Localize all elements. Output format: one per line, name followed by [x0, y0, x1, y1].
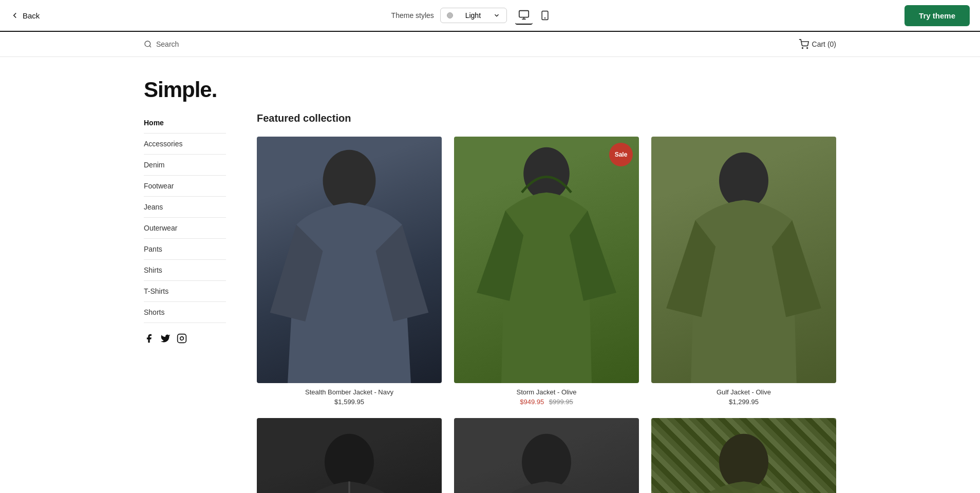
- mobile-icon: [540, 10, 550, 21]
- product-image-wrap: [454, 418, 639, 493]
- product-name: Stealth Bomber Jacket - Navy: [257, 388, 442, 396]
- facebook-icon[interactable]: [144, 333, 154, 344]
- store-header: Search Cart (0): [0, 32, 980, 57]
- device-icons: [515, 6, 553, 25]
- twitter-icon[interactable]: [160, 333, 171, 344]
- sale-price: $949.95: [520, 398, 544, 406]
- product-figure-svg: [651, 137, 836, 383]
- product-figure-svg: [454, 137, 639, 383]
- social-icons: [144, 323, 226, 354]
- svg-point-5: [145, 41, 150, 47]
- product-image-olive-rain: [454, 137, 639, 383]
- theme-light-label: Light: [465, 11, 481, 20]
- back-button[interactable]: Back: [10, 11, 40, 20]
- search-bar[interactable]: Search: [144, 40, 179, 48]
- product-price: $1,299.95: [651, 398, 836, 406]
- sidebar-item-denim[interactable]: Denim: [144, 155, 226, 176]
- product-image-wrap: [257, 418, 442, 493]
- product-image-camo: [651, 418, 836, 493]
- product-image-wrap: [257, 137, 442, 383]
- product-card[interactable]: Gulf Jacket - Olive $1,299.95: [651, 137, 836, 406]
- svg-rect-0: [519, 11, 529, 17]
- sidebar-item-shorts[interactable]: Shorts: [144, 302, 226, 323]
- sidebar-item-accessories[interactable]: Accessories: [144, 134, 226, 155]
- svg-line-6: [149, 46, 151, 47]
- theme-style-dropdown[interactable]: Light: [440, 8, 507, 23]
- search-label: Search: [156, 40, 179, 48]
- sidebar-item-footwear[interactable]: Footwear: [144, 176, 226, 197]
- search-icon: [144, 40, 152, 48]
- svg-point-7: [802, 48, 803, 49]
- topbar: Back Theme styles Light Try theme: [0, 0, 980, 32]
- product-price: $949.95 $999.95: [454, 398, 639, 406]
- sidebar-item-shirts[interactable]: Shirts: [144, 260, 226, 281]
- svg-point-8: [806, 48, 807, 49]
- collection-title: Featured collection: [257, 112, 836, 124]
- product-name: Storm Jacket - Olive: [454, 388, 639, 396]
- cart-icon: [799, 39, 809, 49]
- sidebar-item-jeans[interactable]: Jeans: [144, 197, 226, 218]
- product-figure-svg: [454, 418, 639, 493]
- svg-point-12: [523, 147, 570, 200]
- product-figure-svg: [651, 418, 836, 493]
- instagram-icon[interactable]: [177, 333, 187, 344]
- product-image-black-denim: [454, 418, 639, 493]
- product-card[interactable]: Leather Bomber - Black $1,899.95: [257, 418, 442, 493]
- product-name: Gulf Jacket - Olive: [651, 388, 836, 396]
- theme-dot-icon: [447, 12, 453, 18]
- product-card[interactable]: Camo Bomber Jacket $1,199.95: [651, 418, 836, 493]
- back-label: Back: [23, 11, 40, 20]
- product-image-black-leather: [257, 418, 442, 493]
- product-card[interactable]: Denim Jacket - Black $799.95: [454, 418, 639, 493]
- product-card[interactable]: Sale Storm Jacket - Olive $949.95 $999.9…: [454, 137, 639, 406]
- content-area: Home Accessories Denim Footwear Jeans Ou…: [0, 112, 980, 493]
- cart-area[interactable]: Cart (0): [799, 39, 836, 49]
- main-content: Simple. Home Accessories Denim Footwear …: [0, 57, 980, 493]
- svg-rect-9: [178, 334, 186, 343]
- sidebar-item-outerwear[interactable]: Outerwear: [144, 218, 226, 239]
- mobile-view-button[interactable]: [537, 6, 553, 25]
- desktop-view-button[interactable]: [515, 6, 533, 25]
- try-theme-button[interactable]: Try theme: [904, 5, 970, 26]
- product-figure-svg: [257, 418, 442, 493]
- sidebar-item-tshirts[interactable]: T-Shirts: [144, 281, 226, 302]
- chevron-down-icon: [493, 12, 500, 19]
- product-image-olive-gulf: [651, 137, 836, 383]
- store-title: Simple.: [144, 78, 836, 102]
- cart-label: Cart (0): [812, 40, 836, 48]
- store-title-area: Simple.: [0, 57, 980, 112]
- sidebar-nav: Home Accessories Denim Footwear Jeans Ou…: [144, 112, 236, 493]
- product-image-navy: [257, 137, 442, 383]
- svg-point-11: [323, 150, 376, 212]
- sale-badge: Sale: [609, 143, 633, 166]
- product-price: $1,599.95: [257, 398, 442, 406]
- product-card[interactable]: Stealth Bomber Jacket - Navy $1,599.95: [257, 137, 442, 406]
- sidebar-item-home[interactable]: Home: [144, 112, 226, 134]
- products-area: Featured collection: [236, 112, 836, 493]
- product-image-wrap: [651, 418, 836, 493]
- product-image-wrap: Sale: [454, 137, 639, 383]
- chevron-left-icon: [10, 11, 20, 20]
- desktop-icon: [518, 9, 530, 21]
- original-price: $999.95: [549, 398, 573, 406]
- sidebar-item-pants[interactable]: Pants: [144, 239, 226, 260]
- theme-styles-label: Theme styles: [391, 11, 434, 20]
- products-grid: Stealth Bomber Jacket - Navy $1,599.95: [257, 137, 836, 493]
- product-image-wrap: [651, 137, 836, 383]
- product-figure-svg: [257, 137, 442, 383]
